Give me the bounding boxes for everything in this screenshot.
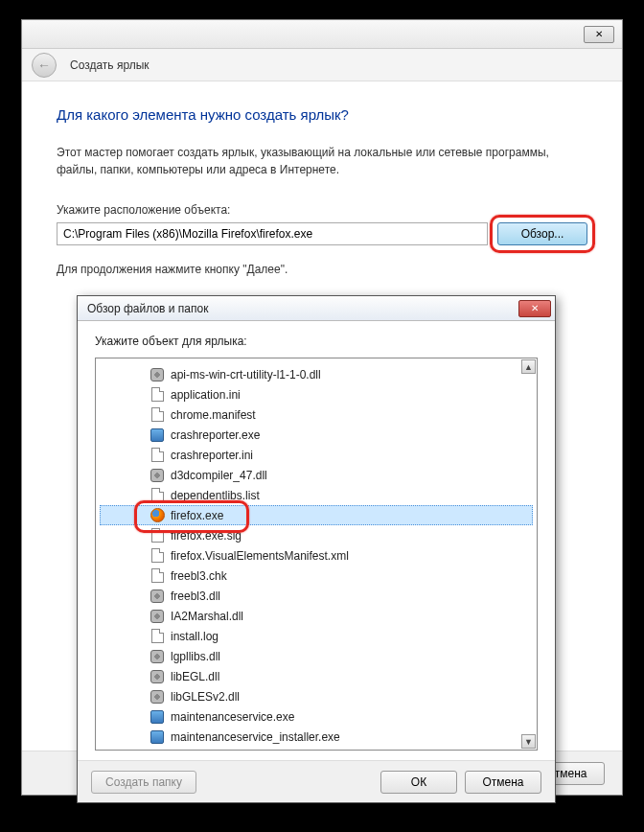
- browse-titlebar: Обзор файлов и папок ✕: [78, 296, 555, 321]
- file-item[interactable]: crashreporter.exe: [100, 425, 533, 445]
- file-icon: [150, 407, 165, 423]
- browse-body: Укажите объект для ярлыка: ▲ ▼ api-ms-wi…: [78, 321, 555, 760]
- file-item[interactable]: libEGL.dll: [100, 666, 533, 686]
- file-item[interactable]: maintenanceservice.exe: [100, 706, 533, 727]
- wizard-body: Для какого элемента нужно создать ярлык?…: [22, 81, 622, 311]
- file-name: IA2Marshal.dll: [171, 610, 243, 623]
- file-name: dependentlibs.list: [171, 489, 260, 502]
- file-list[interactable]: ▲ ▼ api-ms-win-crt-utility-l1-1-0.dllapp…: [95, 358, 538, 751]
- wizard-description: Этот мастер помогает создать ярлык, указ…: [57, 144, 587, 178]
- create-folder-button[interactable]: Создать папку: [91, 771, 196, 794]
- back-button[interactable]: ←: [32, 53, 57, 78]
- file-item[interactable]: install.log: [100, 626, 533, 646]
- exe-icon: [150, 729, 165, 745]
- firefox-icon: [150, 508, 165, 523]
- file-item[interactable]: chrome.manifest: [100, 404, 533, 425]
- wizard-header: ← Создать ярлык: [22, 49, 622, 81]
- browse-close-button[interactable]: ✕: [518, 300, 551, 317]
- file-name: maintenanceservice.exe: [171, 710, 294, 724]
- browse-files-dialog: Обзор файлов и папок ✕ Укажите объект дл…: [77, 295, 556, 803]
- location-row: Обзор...: [57, 222, 587, 245]
- exe-icon: [150, 709, 165, 725]
- file-item[interactable]: api-ms-win-crt-utility-l1-1-0.dll: [100, 364, 533, 384]
- file-name: chrome.manifest: [171, 408, 256, 422]
- file-item[interactable]: dependentlibs.list: [100, 485, 533, 505]
- file-item[interactable]: application.ini: [100, 384, 533, 404]
- file-item[interactable]: freebl3.chk: [100, 566, 533, 586]
- file-name: libEGL.dll: [171, 670, 219, 683]
- continue-hint: Для продолжения нажмите кнопку "Далее".: [57, 263, 587, 276]
- dll-icon: [150, 609, 165, 624]
- wizard-titlebar: ✕: [22, 20, 622, 49]
- wizard-title: Создать ярлык: [70, 58, 150, 72]
- file-name: freebl3.chk: [171, 569, 227, 583]
- file-item[interactable]: d3dcompiler_47.dll: [100, 465, 533, 485]
- file-name: crashreporter.exe: [171, 428, 260, 442]
- dll-icon: [150, 367, 165, 382]
- file-icon: [150, 448, 165, 463]
- file-name: crashreporter.ini: [171, 449, 253, 462]
- location-input[interactable]: [57, 222, 488, 245]
- dll-icon: [150, 589, 165, 604]
- dll-icon: [150, 649, 165, 664]
- file-icon: [150, 568, 165, 584]
- file-icon: [150, 488, 165, 503]
- ok-button[interactable]: ОК: [380, 771, 457, 794]
- dll-icon: [150, 669, 165, 684]
- file-icon: [150, 548, 165, 564]
- file-item[interactable]: libGLESv2.dll: [100, 686, 533, 706]
- file-item[interactable]: IA2Marshal.dll: [100, 606, 533, 626]
- browse-button[interactable]: Обзор...: [497, 222, 587, 245]
- wizard-heading: Для какого элемента нужно создать ярлык?: [57, 106, 587, 123]
- file-name: firefox.exe.sig: [171, 529, 242, 543]
- file-name: maintenanceservice_installer.exe: [171, 730, 340, 744]
- file-icon: [150, 387, 165, 403]
- file-name: application.ini: [171, 388, 241, 402]
- file-item[interactable]: firefox.VisualElementsManifest.xml: [100, 545, 533, 566]
- wizard-close-button[interactable]: ✕: [584, 26, 614, 43]
- file-name: install.log: [171, 630, 218, 643]
- location-label: Укажите расположение объекта:: [57, 203, 587, 217]
- exe-icon: [150, 428, 165, 443]
- file-name: freebl3.dll: [171, 589, 220, 603]
- browse-cancel-button[interactable]: Отмена: [465, 771, 541, 794]
- browse-footer: Создать папку ОК Отмена: [78, 760, 555, 802]
- file-name: firefox.exe: [171, 509, 223, 522]
- file-item[interactable]: lgpllibs.dll: [100, 646, 533, 666]
- file-name: lgpllibs.dll: [171, 650, 220, 663]
- file-name: firefox.VisualElementsManifest.xml: [171, 549, 349, 563]
- file-item[interactable]: maintenanceservice_installer.exe: [100, 727, 533, 747]
- dll-icon: [150, 689, 165, 705]
- file-name: libGLESv2.dll: [171, 690, 240, 704]
- file-item[interactable]: firefox.exe: [100, 505, 533, 525]
- file-item[interactable]: crashreporter.ini: [100, 445, 533, 465]
- file-item[interactable]: freebl3.dll: [100, 586, 533, 606]
- file-name: api-ms-win-crt-utility-l1-1-0.dll: [171, 368, 321, 381]
- file-item[interactable]: firefox.exe.sig: [100, 525, 533, 545]
- file-name: d3dcompiler_47.dll: [171, 469, 267, 482]
- file-icon: [150, 528, 165, 543]
- browse-title: Обзор файлов и папок: [87, 302, 208, 315]
- browse-instruction: Укажите объект для ярлыка:: [95, 335, 538, 348]
- file-icon: [150, 629, 165, 644]
- dll-icon: [150, 468, 165, 483]
